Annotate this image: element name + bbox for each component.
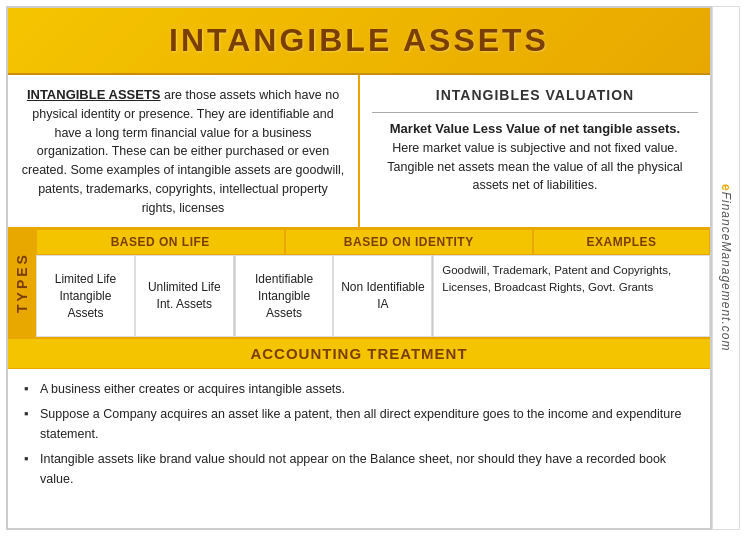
- types-header-examples: EXAMPLES: [533, 229, 710, 255]
- types-header-life: BASED ON LIFE: [36, 229, 285, 255]
- types-header-identity: BASED ON IDENTITY: [285, 229, 534, 255]
- header-section: INTANGIBLE ASSETS: [8, 8, 710, 75]
- info-right-subtitle: Market Value Less Value of net tangible …: [390, 121, 680, 136]
- types-body: Limited Life Intangible Assets Unlimited…: [36, 255, 710, 337]
- info-left-title: INTANGIBLE ASSETS: [27, 87, 161, 102]
- info-left-body: are those assets which have no physical …: [22, 88, 344, 215]
- accounting-point-0: A business either creates or acquires in…: [24, 379, 694, 399]
- accounting-title: ACCOUNTING TREATMENT: [8, 339, 710, 369]
- accounting-body: A business either creates or acquires in…: [8, 369, 710, 504]
- accounting-point-1: Suppose a Company acquires an asset like…: [24, 404, 694, 444]
- types-label-container: TYPES: [8, 229, 36, 337]
- info-right-body: Here market value is subjective and not …: [387, 141, 682, 193]
- info-right-divider: [372, 112, 698, 113]
- types-headers: BASED ON LIFE BASED ON IDENTITY EXAMPLES: [36, 229, 710, 255]
- info-right: INTANGIBLES VALUATION Market Value Less …: [360, 75, 710, 227]
- types-identity-item-0: Identifiable Intangible Assets: [235, 255, 334, 337]
- page-title: INTANGIBLE ASSETS: [169, 22, 549, 58]
- main-content: INTANGIBLE ASSETS INTANGIBLE ASSETS are …: [6, 6, 712, 530]
- accounting-section: ACCOUNTING TREATMENT A business either c…: [8, 339, 710, 504]
- accounting-list: A business either creates or acquires in…: [24, 379, 694, 489]
- types-grid: BASED ON LIFE BASED ON IDENTITY EXAMPLES…: [36, 229, 710, 337]
- side-watermark: eFinanceManagement.com: [712, 6, 740, 530]
- info-left: INTANGIBLE ASSETS are those assets which…: [8, 75, 360, 227]
- types-body-life: Limited Life Intangible Assets Unlimited…: [36, 255, 235, 337]
- info-right-title: INTANGIBLES VALUATION: [372, 85, 698, 106]
- types-identity-item-1: Non Identifiable IA: [333, 255, 432, 337]
- types-examples-text: Goodwill, Trademark, Patent and Copyrigh…: [433, 255, 710, 337]
- types-body-examples: Goodwill, Trademark, Patent and Copyrigh…: [433, 255, 710, 337]
- types-life-item-1: Unlimited Life Int. Assets: [135, 255, 234, 337]
- types-section: TYPES BASED ON LIFE BASED ON IDENTITY EX…: [8, 229, 710, 339]
- accounting-point-2: Intangible assets like brand value shoul…: [24, 449, 694, 489]
- types-life-item-0: Limited Life Intangible Assets: [36, 255, 135, 337]
- types-body-identity: Identifiable Intangible Assets Non Ident…: [235, 255, 434, 337]
- types-label: TYPES: [14, 253, 30, 314]
- info-section: INTANGIBLE ASSETS are those assets which…: [8, 75, 710, 229]
- watermark-text: eFinanceManagement.com: [719, 184, 733, 351]
